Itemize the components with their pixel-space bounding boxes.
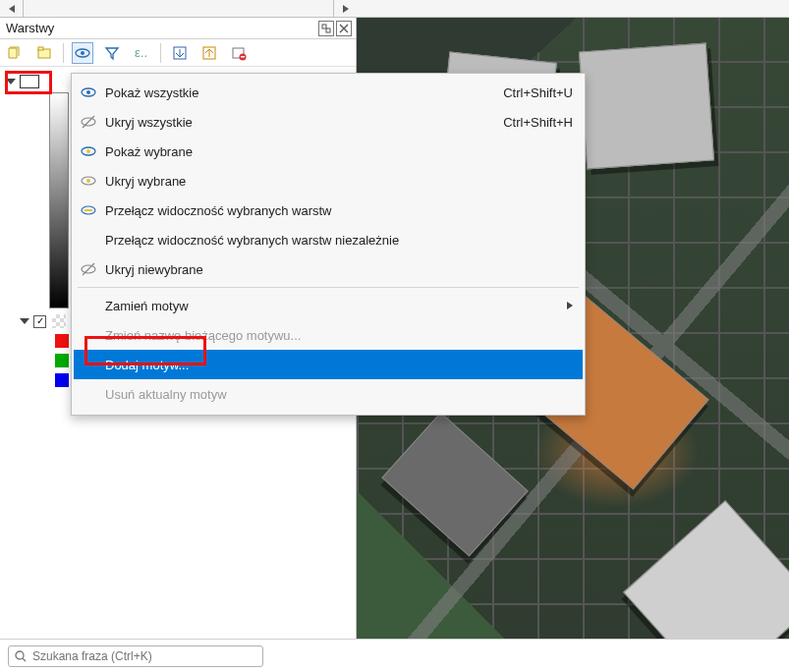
panel-close-button[interactable] bbox=[336, 21, 352, 36]
menu-item-label: Dodaj motyw... bbox=[99, 358, 573, 372]
menu-toggle-selected[interactable]: Przełącz widoczność wybranych warstw bbox=[74, 196, 583, 225]
panel-title: Warstwy bbox=[4, 21, 316, 35]
svg-rect-0 bbox=[322, 25, 326, 28]
building-shape bbox=[579, 43, 714, 170]
menu-separator bbox=[78, 287, 579, 288]
filter-legend-button[interactable] bbox=[101, 42, 123, 64]
expand-toggle-icon[interactable] bbox=[6, 79, 16, 84]
undock-icon bbox=[321, 24, 331, 33]
menu-item-label: Ukryj niewybrane bbox=[99, 262, 573, 277]
svg-text:ε..: ε.. bbox=[135, 45, 147, 60]
eye-select-icon bbox=[81, 143, 96, 159]
svg-line-24 bbox=[23, 658, 26, 661]
locator-bar bbox=[0, 639, 789, 672]
menu-item-label: Ukryj wszystkie bbox=[99, 115, 503, 130]
collapse-all-icon bbox=[201, 45, 217, 61]
scroll-right-button[interactable] bbox=[333, 0, 357, 17]
toolbar-separator bbox=[160, 43, 161, 63]
expand-all-icon bbox=[172, 45, 188, 61]
eye-off-icon bbox=[81, 261, 96, 277]
eye-off-icon bbox=[81, 114, 96, 130]
visibility-themes-menu: Pokaż wszystkie Ctrl+Shift+U Ukryj wszys… bbox=[71, 73, 586, 416]
menu-replace-theme[interactable]: Zamień motyw bbox=[74, 291, 583, 320]
close-icon bbox=[339, 24, 349, 33]
search-icon bbox=[15, 650, 27, 662]
svg-point-17 bbox=[86, 149, 90, 153]
open-style-button[interactable] bbox=[4, 42, 26, 64]
eye-off-select-icon bbox=[81, 173, 96, 189]
eye-icon bbox=[81, 84, 96, 100]
locator-search[interactable] bbox=[8, 645, 263, 667]
menu-item-label: Przełącz widoczność wybranych warstw bbox=[99, 203, 573, 218]
arrow-right-icon bbox=[343, 5, 349, 13]
funnel-icon bbox=[104, 45, 120, 61]
menu-show-all[interactable]: Pokaż wszystkie Ctrl+Shift+U bbox=[74, 78, 583, 107]
toolbar-separator bbox=[63, 43, 64, 63]
svg-point-19 bbox=[86, 179, 90, 183]
menu-show-selected[interactable]: Pokaż wybrane bbox=[74, 137, 583, 166]
menu-delete-theme: Usuń aktualny motyw bbox=[74, 379, 583, 409]
remove-layer-icon bbox=[231, 45, 247, 61]
add-group-button[interactable] bbox=[33, 42, 55, 64]
manage-themes-button[interactable] bbox=[72, 42, 93, 64]
menu-hide-selected[interactable]: Ukryj wybrane bbox=[74, 166, 583, 196]
add-group-icon bbox=[36, 45, 52, 61]
svg-rect-3 bbox=[38, 47, 43, 50]
expand-toggle-icon[interactable] bbox=[20, 318, 29, 324]
remove-layer-button[interactable] bbox=[228, 42, 250, 64]
eye-icon bbox=[75, 45, 90, 61]
svg-rect-11 bbox=[241, 56, 245, 58]
filter-expression-button[interactable]: ε.. bbox=[131, 42, 152, 64]
menu-item-label: Usuń aktualny motyw bbox=[99, 387, 573, 402]
menu-add-theme[interactable]: Dodaj motyw... bbox=[74, 350, 583, 379]
expand-all-button[interactable] bbox=[169, 42, 191, 64]
open-style-icon bbox=[7, 45, 23, 61]
arrow-left-icon bbox=[9, 5, 15, 13]
toggle-visibility-icon bbox=[81, 202, 96, 218]
band-swatch-blue bbox=[55, 373, 69, 387]
menu-item-label: Pokaż wybrane bbox=[99, 144, 573, 159]
svg-point-23 bbox=[16, 651, 24, 659]
expression-icon: ε.. bbox=[134, 45, 149, 61]
menu-item-label: Zmień nazwę bieżącego motywu... bbox=[99, 328, 573, 343]
menu-toggle-selected-independent[interactable]: Przełącz widoczność wybranych warstw nie… bbox=[74, 225, 583, 254]
top-scroll-strip bbox=[0, 0, 789, 18]
menu-item-shortcut: Ctrl+Shift+U bbox=[503, 85, 573, 100]
submenu-arrow-icon bbox=[567, 302, 573, 309]
menu-item-label: Pokaż wszystkie bbox=[99, 85, 503, 100]
layer-visibility-checkbox[interactable]: ✓ bbox=[33, 315, 46, 328]
svg-rect-1 bbox=[326, 28, 330, 32]
check-icon: ✓ bbox=[36, 316, 44, 326]
menu-item-shortcut: Ctrl+Shift+H bbox=[503, 115, 573, 130]
layer-swatch bbox=[20, 75, 39, 88]
panel-undock-button[interactable] bbox=[318, 21, 334, 36]
collapse-all-button[interactable] bbox=[198, 42, 220, 64]
locator-input[interactable] bbox=[32, 649, 256, 663]
scroll-left-button[interactable] bbox=[0, 0, 24, 17]
layers-toolbar: ε.. bbox=[0, 39, 356, 67]
menu-item-label: Przełącz widoczność wybranych warstw nie… bbox=[99, 233, 573, 248]
svg-point-13 bbox=[86, 90, 90, 94]
band-swatch-red bbox=[55, 334, 69, 348]
layer-gradient-legend bbox=[49, 92, 69, 308]
svg-point-5 bbox=[81, 51, 85, 55]
band-swatch-green bbox=[55, 354, 69, 367]
menu-hide-unselected[interactable]: Ukryj niewybrane bbox=[74, 254, 583, 284]
menu-hide-all[interactable]: Ukryj wszystkie Ctrl+Shift+H bbox=[74, 107, 583, 137]
menu-item-label: Ukryj wybrane bbox=[99, 174, 573, 189]
menu-rename-theme: Zmień nazwę bieżącego motywu... bbox=[74, 320, 583, 350]
layer-swatch bbox=[52, 314, 66, 328]
menu-item-label: Zamień motyw bbox=[99, 299, 567, 313]
